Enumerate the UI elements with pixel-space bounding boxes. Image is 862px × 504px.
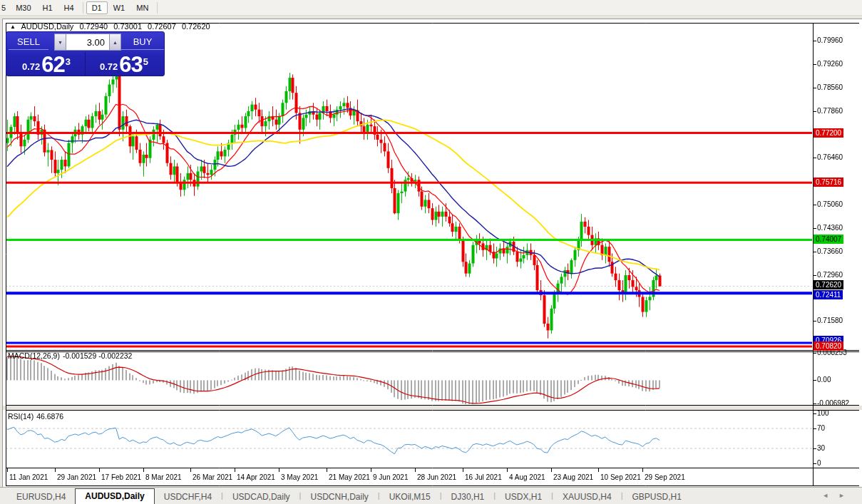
chart-header: ▲ AUDUSD,Daily 0.72940 0.73001 0.72607 0… xyxy=(10,22,214,31)
volume-input[interactable] xyxy=(66,34,109,51)
mt4-terminal: 5M30H1H4D1W1MN ▲ AUDUSD,Daily 0.72940 0.… xyxy=(0,0,862,504)
buy-price[interactable]: 0.72 63 5 xyxy=(86,52,162,76)
volume-stepper: ▼ ▲ xyxy=(54,34,121,51)
collapse-icon[interactable]: ▲ xyxy=(10,24,16,30)
timeframe-button-h1[interactable]: H1 xyxy=(37,1,58,14)
date-axis-label: 28 Jun 2021 xyxy=(417,473,456,481)
date-axis-label: 11 Jan 2021 xyxy=(9,473,48,481)
chart-symbol: AUDUSD,Daily xyxy=(21,22,73,31)
volume-increase-button[interactable]: ▲ xyxy=(109,34,121,51)
chevron-up-icon: ▲ xyxy=(113,40,118,45)
price-badge: 0.72620 xyxy=(814,280,843,289)
rsi-axis-tick: 0 xyxy=(817,459,821,467)
timeframe-button-mn[interactable]: MN xyxy=(130,1,154,14)
chart-tab-usdcad-daily[interactable]: USDCAD,Daily xyxy=(223,490,299,504)
sell-button-label: SELL xyxy=(9,35,48,50)
chart-tab-xauusd-h4[interactable]: XAUUSD,H4 xyxy=(553,490,621,504)
date-axis-label: 14 Apr 2021 xyxy=(237,473,275,481)
price-axis-tick: 0.76460 xyxy=(817,153,843,161)
date-axis-label: 29 Jan 2021 xyxy=(57,473,96,481)
timeframe-button-m30[interactable]: M30 xyxy=(10,1,36,14)
sell-price-pip: 3 xyxy=(66,56,71,67)
date-axis-label: 9 Jun 2021 xyxy=(373,473,409,481)
timeframe-button-w1[interactable]: W1 xyxy=(108,1,131,14)
macd-label: MACD(12,26,9)-0.001529 -0.002232 xyxy=(8,351,135,360)
price-axis-tick: 0.72960 xyxy=(817,271,843,279)
macd-axis-tick: 0.00 xyxy=(817,376,831,384)
chart-tab-usdchf-h4[interactable]: USDCHF,H4 xyxy=(155,490,221,504)
one-click-trading-panel: SELL ▼ ▲ BUY 0.72 62 xyxy=(6,31,165,76)
sell-price[interactable]: 0.72 62 3 xyxy=(9,52,84,76)
date-axis-label: 8 Mar 2021 xyxy=(145,473,182,481)
ohlc-open: 0.72940 xyxy=(79,22,108,31)
timeframe-toolbar: 5M30H1H4D1W1MN xyxy=(0,0,862,16)
buy-button-label: BUY xyxy=(121,35,164,50)
price-axis-tick: 0.77860 xyxy=(817,107,843,115)
chart-tab-usdx-h1[interactable]: USDX,H1 xyxy=(496,490,551,504)
chart-tab-dj30-h1[interactable]: DJ30,H1 xyxy=(442,490,494,504)
price-divider xyxy=(85,52,86,76)
chart-window: ▲ AUDUSD,Daily 0.72940 0.73001 0.72607 0… xyxy=(2,19,862,487)
buy-price-base: 0.72 xyxy=(100,60,118,74)
date-axis-label: 16 Jul 2021 xyxy=(465,473,502,481)
date-axis-label: 3 May 2021 xyxy=(281,473,318,481)
price-badge: 0.72411 xyxy=(814,290,843,299)
rsi-label: RSI(14)46.6876 xyxy=(8,412,66,421)
chart-tab-bar: EURUSD,H4AUDUSD,DailyUSDCHF,H4|USDCAD,Da… xyxy=(0,487,862,504)
sell-price-big: 62 xyxy=(41,56,64,74)
volume-decrease-button[interactable]: ▼ xyxy=(54,34,66,51)
ohlc-high: 0.73001 xyxy=(113,22,142,31)
date-axis-label: 29 Sep 2021 xyxy=(645,473,685,481)
timeframe-button-5[interactable]: 5 xyxy=(0,1,10,14)
rsi-axis-tick: 70 xyxy=(817,424,825,432)
date-axis-label: 23 Aug 2021 xyxy=(553,473,593,481)
chart-tab-ukoil-m15[interactable]: UKOil,M15 xyxy=(380,490,440,504)
price-axis-tick: 0.79960 xyxy=(817,36,843,44)
price-axis-tick: 0.78560 xyxy=(817,83,843,91)
chart-canvas[interactable] xyxy=(3,19,862,487)
price-badge: 0.74007 xyxy=(814,235,843,244)
price-badge: 0.75716 xyxy=(814,178,843,187)
toolbar-separator xyxy=(83,2,83,14)
chevron-down-icon: ▼ xyxy=(58,40,63,45)
date-axis-label: 21 May 2021 xyxy=(329,473,370,481)
ohlc-low: 0.72607 xyxy=(148,22,176,31)
date-axis-label: 10 Sep 2021 xyxy=(600,473,641,481)
price-badge: 0.77200 xyxy=(814,128,843,138)
price-badge: 0.70820 xyxy=(814,341,843,351)
chart-tab-eurusd-h4[interactable]: EURUSD,H4 xyxy=(7,490,75,504)
buy-price-pip: 5 xyxy=(143,56,148,67)
buy-button[interactable]: BUY xyxy=(121,34,164,51)
price-axis-tick: 0.71580 xyxy=(817,317,843,324)
tab-scroll-arrows[interactable]: ◄► xyxy=(822,492,855,499)
ohlc-close: 0.72620 xyxy=(182,22,210,31)
sell-button[interactable]: SELL xyxy=(9,34,48,51)
chart-tab-gbpusd-h1[interactable]: GBPUSD,H1 xyxy=(623,490,691,504)
timeframe-button-h4[interactable]: H4 xyxy=(58,1,80,14)
price-axis-tick: 0.74360 xyxy=(817,224,843,232)
date-axis-label: 17 Feb 2021 xyxy=(101,473,141,481)
date-axis-label: 4 Aug 2021 xyxy=(509,473,545,481)
timeframe-button-d1[interactable]: D1 xyxy=(86,1,108,14)
date-axis-label: 26 Mar 2021 xyxy=(193,473,232,481)
sell-price-base: 0.72 xyxy=(22,60,40,74)
chart-tab-audusd-daily[interactable]: AUDUSD,Daily xyxy=(75,488,154,504)
price-axis-tick: 0.73660 xyxy=(817,247,843,255)
price-axis-tick: 0.75060 xyxy=(817,200,843,208)
macd-axis-tick: -0.006982 xyxy=(817,399,849,407)
toolbar-separator xyxy=(157,2,158,14)
buy-price-big: 63 xyxy=(119,56,142,74)
rsi-axis-tick: 30 xyxy=(817,444,825,452)
chart-tab-usdcnh-daily[interactable]: USDCNH,Daily xyxy=(301,490,377,504)
price-axis-tick: 0.79260 xyxy=(817,60,843,68)
rsi-axis-tick: 100 xyxy=(817,409,829,417)
